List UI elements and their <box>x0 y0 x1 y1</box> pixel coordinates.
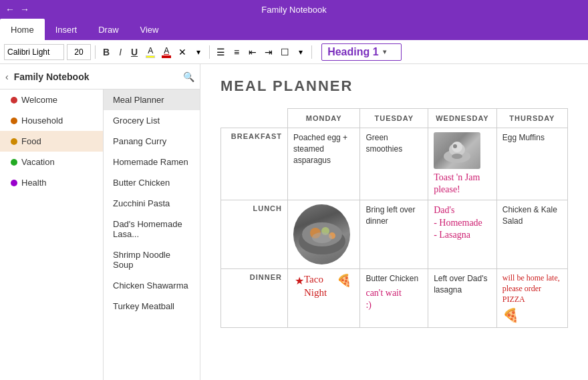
sections-list: Welcome Household Food Vacation Health <box>0 89 104 380</box>
breakfast-label: BREAKFAST <box>221 128 288 200</box>
tab-view[interactable]: View <box>130 19 170 40</box>
table-row: LUNCH <box>221 200 568 269</box>
app-title: Family Notebook <box>261 5 327 15</box>
handwritten-text: Dad's- Homemade- Lasagna <box>434 205 482 239</box>
tab-home[interactable]: Home <box>0 19 45 40</box>
dinner-label: DINNER <box>221 269 288 328</box>
sidebar-item-label: Food <box>21 136 41 146</box>
svg-point-3 <box>453 144 457 148</box>
cell-text: Butter Chicken <box>365 274 418 283</box>
underline-button[interactable]: U <box>128 44 141 60</box>
main-area: ‹ Family Notebook 🔍 Welcome Household Fo… <box>0 64 588 380</box>
page-item-grocery-list[interactable]: Grocery List <box>104 110 200 131</box>
col-header-wednesday: WEDNESDAY <box>428 109 497 128</box>
handwritten-text: will be home late, please order PIZZA <box>502 273 560 303</box>
pages-list: Meal Planner Grocery List Panang Curry H… <box>104 89 200 380</box>
bullets-button[interactable]: ☰ <box>214 45 227 59</box>
meal-planner-table: MONDAY TUESDAY WEDNESDAY THURSDAY BREAKF… <box>220 108 568 328</box>
italic-button[interactable]: I <box>116 44 125 60</box>
page-item-zucchini-pasta[interactable]: Zucchini Pasta <box>104 193 200 214</box>
pizza-drawing: 🍕 <box>502 307 562 323</box>
page-title: MEAL PLANNER <box>220 77 568 95</box>
font-selector[interactable] <box>4 44 64 60</box>
page-item-shrimp-noodle[interactable]: Shrimp Noodle Soup <box>104 244 200 275</box>
food-image <box>434 132 480 169</box>
sidebar-item-vacation[interactable]: Vacation <box>0 152 103 172</box>
list-dropdown[interactable]: ▾ <box>294 45 307 59</box>
format-dropdown[interactable]: ▾ <box>192 45 205 59</box>
font-color-button[interactable]: A <box>160 45 173 59</box>
tab-insert[interactable]: Insert <box>45 19 88 40</box>
page-item-homemade-ramen[interactable]: Homemade Ramen <box>104 152 200 172</box>
bold-button[interactable]: B <box>100 44 113 60</box>
cell-text: Egg Muffins <box>502 133 545 142</box>
lunch-wednesday[interactable]: Dad's- Homemade- Lasagna <box>428 200 497 269</box>
table-row: BREAKFAST Poached egg + steamed asparagu… <box>221 128 568 200</box>
checkbox-button[interactable]: ☐ <box>278 45 291 59</box>
svg-point-4 <box>452 154 462 159</box>
back-button[interactable]: ← <box>5 4 15 15</box>
vacation-color-dot <box>11 159 17 166</box>
tab-draw[interactable]: Draw <box>88 19 129 40</box>
dinner-wednesday[interactable]: Left over Dad's lasagna <box>428 269 497 328</box>
lunch-label: LUNCH <box>221 200 288 269</box>
nav-arrows[interactable]: ← → <box>5 4 29 15</box>
col-header-tuesday: TUESDAY <box>360 109 428 128</box>
cell-text: Green smoothies <box>365 133 402 154</box>
sidebar-item-household[interactable]: Household <box>0 110 103 131</box>
breakfast-tuesday[interactable]: Green smoothies <box>360 128 428 200</box>
sidebar-item-label: Welcome <box>21 95 57 105</box>
dinner-monday[interactable]: ★ TacoNight 🍕 <box>288 269 360 328</box>
numbered-list-button[interactable]: ≡ <box>230 45 243 59</box>
sidebar-collapse-button[interactable]: ‹ <box>5 71 9 82</box>
search-icon[interactable]: 🔍 <box>183 71 194 82</box>
cell-text: Bring left over dinner <box>365 205 415 226</box>
lunch-thursday[interactable]: Chicken & Kale Salad <box>496 200 567 269</box>
forward-button[interactable]: → <box>20 4 29 15</box>
toolbar: B I U A A ✕ ▾ ☰ ≡ ⇤ ⇥ ☐ ▾ Heading 1 ▾ <box>0 40 588 64</box>
page-item-chicken-shawarma[interactable]: Chicken Shawarma <box>104 275 200 296</box>
heading-dropdown-arrow[interactable]: ▾ <box>383 48 386 55</box>
page-item-meal-planner[interactable]: Meal Planner <box>104 89 200 110</box>
page-item-turkey-meatball[interactable]: Turkey Meatball <box>104 296 200 317</box>
sidebar-item-label: Vacation <box>21 157 55 167</box>
highlight-button[interactable]: A <box>144 45 157 59</box>
col-header-thursday: THURSDAY <box>496 109 567 128</box>
breakfast-thursday[interactable]: Egg Muffins <box>496 128 567 200</box>
dinner-thursday[interactable]: will be home late, please order PIZZA 🍕 <box>496 269 567 328</box>
breakfast-wednesday[interactable]: Toast 'n Jamplease! <box>428 128 497 200</box>
breakfast-monday[interactable]: Poached egg + steamed asparagus <box>288 128 360 200</box>
health-color-dot <box>11 180 17 186</box>
sidebar-item-label: Household <box>21 116 63 126</box>
sidebar-item-welcome[interactable]: Welcome <box>0 89 103 110</box>
sidebar-header: ‹ Family Notebook 🔍 <box>0 64 200 89</box>
lunch-tuesday[interactable]: Bring left over dinner <box>360 200 428 269</box>
cell-text: Left over Dad's lasagna <box>434 274 487 295</box>
cell-text: Chicken & Kale Salad <box>502 205 557 226</box>
toolbar-separator-1 <box>95 45 96 59</box>
ribbon-tabs: Home Insert Draw View <box>0 19 588 40</box>
lunch-monday[interactable] <box>288 200 360 269</box>
sidebar-item-label: Health <box>21 178 47 188</box>
sidebar-body: Welcome Household Food Vacation Health <box>0 89 200 380</box>
food-image <box>293 204 350 264</box>
indent-increase-button[interactable]: ⇥ <box>262 45 275 59</box>
font-size-input[interactable] <box>67 44 91 60</box>
indent-decrease-button[interactable]: ⇤ <box>246 45 259 59</box>
col-header-empty <box>221 109 288 128</box>
page-item-butter-chicken[interactable]: Butter Chicken <box>104 172 200 193</box>
handwritten-text: Toast 'n Jamplease! <box>434 172 491 196</box>
page-item-dads-lasagna[interactable]: Dad's Homemade Lasa... <box>104 214 200 244</box>
clear-format-button[interactable]: ✕ <box>176 45 189 59</box>
food-image-svg <box>440 138 474 164</box>
household-color-dot <box>11 118 17 124</box>
heading-selector[interactable]: Heading 1 ▾ <box>321 43 402 61</box>
table-row: DINNER ★ TacoNight 🍕 Butter Chicken can'… <box>221 269 568 328</box>
dinner-tuesday[interactable]: Butter Chicken can't wait:) <box>360 269 428 328</box>
notebook-name: Family Notebook <box>14 71 183 82</box>
sidebar-item-food[interactable]: Food <box>0 131 103 152</box>
page-item-panang-curry[interactable]: Panang Curry <box>104 131 200 152</box>
col-header-monday: MONDAY <box>288 109 360 128</box>
sidebar-item-health[interactable]: Health <box>0 172 103 193</box>
grain-bowl-svg <box>295 208 349 261</box>
